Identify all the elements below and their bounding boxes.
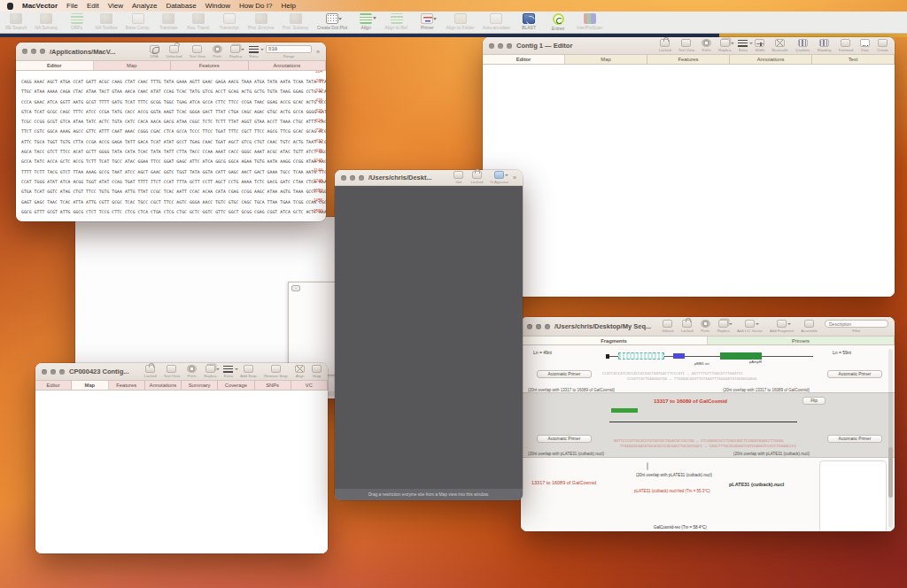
menu-icon[interactable] — [223, 366, 233, 373]
apple-menu-icon[interactable] — [7, 3, 13, 10]
contig-titlebar[interactable]: Contig 1 — Editor LockedText ViewPrefsRe… — [483, 37, 895, 55]
dropdown-chevron-icon[interactable] — [749, 43, 753, 44]
create-icon[interactable] — [878, 39, 888, 47]
zoom-button[interactable] — [59, 369, 65, 375]
text-view-icon[interactable] — [167, 365, 176, 373]
lock-icon[interactable] — [660, 39, 670, 47]
menu-item-view[interactable]: View — [108, 2, 123, 10]
tab-features[interactable]: Features — [647, 55, 730, 64]
close-button[interactable] — [489, 43, 494, 49]
toolbar-item-primer[interactable]: Primer — [416, 13, 438, 31]
text-view-icon[interactable] — [192, 45, 202, 53]
close-button[interactable] — [527, 324, 532, 329]
tab-primers[interactable]: Primers — [708, 337, 895, 344]
remove-seqs-icon[interactable] — [271, 365, 281, 373]
minimize-button[interactable] — [536, 324, 541, 329]
add-fragment-icon[interactable] — [777, 320, 787, 328]
tab-editor[interactable]: Editor — [483, 55, 565, 64]
menu-icon[interactable] — [738, 40, 748, 47]
tab-map[interactable]: Map — [72, 381, 108, 390]
dropdown-chevron-icon[interactable] — [433, 18, 437, 20]
tab-annotations[interactable]: Annotations — [249, 61, 327, 70]
gear-icon[interactable] — [213, 45, 222, 53]
menu-item-edit[interactable]: Edit — [87, 2, 99, 10]
tab-vc[interactable]: VC — [291, 381, 328, 390]
dropdown-chevron-icon[interactable] — [235, 368, 238, 370]
toolbar-item-entrez[interactable]: Entrez — [547, 13, 569, 31]
dropdown-chevron-icon[interactable] — [787, 323, 791, 325]
replica-icon[interactable] — [205, 365, 215, 373]
automatic-primer-button-mid-left[interactable]: Automatic Primer — [537, 435, 592, 443]
close-button[interactable] — [42, 369, 47, 375]
toolbar-overflow-chevron[interactable]: » — [316, 49, 320, 55]
menu-item-analyze[interactable]: Analyze — [132, 2, 157, 10]
lock-open-icon[interactable] — [169, 45, 179, 53]
dropdown-chevron-icon[interactable] — [373, 17, 376, 19]
align-icon[interactable] — [295, 365, 305, 373]
menu-icon[interactable] — [249, 46, 259, 53]
width-slider-icon[interactable] — [755, 39, 764, 47]
range-input[interactable] — [266, 45, 312, 53]
zoom-button[interactable] — [40, 49, 45, 54]
dropdown-chevron-icon[interactable] — [729, 323, 733, 325]
dropdown-chevron-icon[interactable] — [731, 43, 734, 44]
menu-item-window[interactable]: Window — [205, 2, 230, 10]
replica-icon[interactable] — [718, 320, 728, 328]
menu-item-database[interactable]: Database — [166, 2, 196, 10]
zoom-button[interactable] — [507, 43, 512, 49]
menu-item-file[interactable]: File — [66, 2, 78, 10]
dropdown-chevron-icon[interactable] — [260, 49, 264, 50]
minimize-button[interactable] — [498, 43, 503, 49]
vector-blue-segment[interactable] — [673, 353, 685, 359]
minimize-button[interactable] — [31, 49, 36, 54]
tab-annotations[interactable]: Annotations — [145, 381, 182, 390]
tab-summary[interactable]: Summary — [182, 381, 218, 390]
trimmed-icon[interactable] — [841, 39, 850, 47]
toolbar-item-blast[interactable]: BLAST — [518, 13, 539, 31]
dropdown-chevron-icon[interactable] — [756, 323, 759, 325]
dropdown-chevron-icon[interactable] — [241, 49, 244, 50]
tab-coverage[interactable]: Coverage — [218, 381, 254, 390]
tab-map[interactable]: Map — [565, 55, 647, 64]
lock-icon[interactable] — [682, 320, 692, 328]
gel-titlebar[interactable]: /Users/chris/Deskt... GelLocked% Agarose… — [335, 170, 523, 186]
tab-map[interactable]: Map — [94, 61, 172, 70]
dropdown-chevron-icon[interactable] — [338, 18, 342, 20]
replica-icon[interactable] — [720, 39, 730, 47]
lock-icon[interactable] — [145, 365, 155, 373]
dropdown-chevron-icon[interactable] — [216, 368, 220, 370]
gear-icon[interactable] — [701, 320, 710, 328]
add-seqs-icon[interactable] — [244, 365, 253, 373]
dna-icon[interactable] — [150, 45, 159, 53]
toolbar-item-create-dot-plot[interactable]: Create Dot Plot — [317, 13, 347, 31]
minimize-button[interactable] — [50, 369, 56, 375]
zoom-button[interactable] — [545, 324, 550, 329]
automatic-primer-button-top-left[interactable]: Automatic Primer — [537, 370, 592, 378]
minimap-collapse-button[interactable]: - — [291, 285, 300, 291]
toolbar-item-align[interactable]: Align — [355, 13, 376, 31]
vector-ampr-segment[interactable] — [720, 352, 762, 360]
replica-icon[interactable] — [230, 45, 240, 53]
add-lic-vector-icon[interactable] — [745, 320, 755, 328]
menu-item-how-do-i-[interactable]: How Do I? — [239, 2, 272, 10]
tab-features[interactable]: Features — [171, 61, 249, 70]
gibson-doc-icon[interactable] — [663, 320, 672, 328]
junction-segmented-control[interactable] — [647, 462, 648, 470]
flip-button[interactable]: Flip — [802, 397, 826, 405]
vector-his-tag-segment[interactable] — [618, 352, 664, 360]
menu-item-macvector[interactable]: MacVector — [22, 2, 58, 10]
qualities-icon[interactable] — [798, 39, 808, 47]
toolbar-overflow-chevron[interactable]: » — [513, 174, 516, 181]
automatic-primer-button-mid-right[interactable]: Automatic Primer — [827, 435, 882, 443]
gel-canvas[interactable] — [335, 186, 523, 500]
gear-icon[interactable] — [702, 39, 711, 47]
tab-text[interactable]: Text — [812, 55, 895, 64]
assemble-icon[interactable] — [804, 320, 814, 328]
basecalls-icon[interactable] — [775, 39, 785, 47]
menu-item-help[interactable]: Help — [281, 2, 295, 10]
minimize-button[interactable] — [350, 175, 355, 181]
tab-snps[interactable]: SNPs — [255, 381, 291, 390]
zoom-button[interactable] — [359, 175, 364, 181]
tab-editor[interactable]: Editor — [16, 61, 94, 70]
automatic-primer-button-top-right[interactable]: Automatic Primer — [827, 370, 882, 378]
